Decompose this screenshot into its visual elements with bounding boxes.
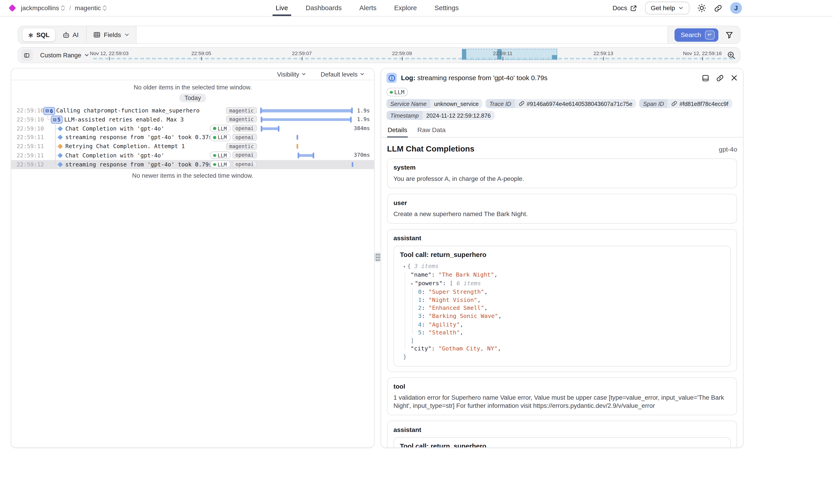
nav-item-alerts[interactable]: Alerts xyxy=(359,0,377,16)
duration-label: 384ms xyxy=(332,125,370,131)
section-header: LLM Chat Completions gpt-4o xyxy=(387,144,737,153)
json-line: ▾{ 3 items xyxy=(400,262,724,271)
meta-value: 2024-11-12 22:59:12.876 xyxy=(423,111,495,120)
llm-tag: LLM xyxy=(210,161,231,168)
expand-chevron-icon[interactable]: ▾ xyxy=(403,264,406,269)
json-token: : xyxy=(443,280,450,287)
detail-tabs: DetailsRaw Data xyxy=(381,125,743,138)
table-icon xyxy=(93,31,100,39)
tree-connector xyxy=(55,164,58,165)
json-token: , xyxy=(477,296,481,304)
span-kind-diamond-icon xyxy=(57,153,63,158)
docs-link[interactable]: Docs xyxy=(613,4,637,12)
json-token: : xyxy=(431,272,438,279)
meta-row: Timestamp2024-11-12 22:59:12.876 xyxy=(381,111,743,120)
log-row[interactable]: 22:59:12streaming response from 'gpt-4o'… xyxy=(11,160,374,169)
log-row[interactable]: 22:59:10⊟6Calling chatprompt-function ma… xyxy=(11,106,374,115)
message-role: tool xyxy=(394,383,731,390)
close-panel-button[interactable] xyxy=(731,74,738,81)
duration-label: 1.9s xyxy=(332,116,370,122)
json-token: : xyxy=(422,305,428,312)
json-line: 2: "Enhanced Smell", xyxy=(400,304,724,312)
query-input[interactable] xyxy=(136,26,668,43)
no-newer-items-text: No newer items in the selected time wind… xyxy=(11,172,374,178)
json-line: 5: "Stealth", xyxy=(400,329,724,337)
json-token: "Super Strength" xyxy=(428,288,484,295)
filter-button[interactable] xyxy=(725,31,733,39)
timeline-zoom-button[interactable] xyxy=(727,51,736,60)
llm-tag: LLM xyxy=(210,152,231,159)
get-help-button[interactable]: Get help xyxy=(645,2,690,15)
log-message: LLM-assisted retries enabled. Max 3 xyxy=(64,116,184,122)
section-title: LLM Chat Completions xyxy=(387,144,475,153)
project-switcher[interactable]: magentic xyxy=(75,4,107,12)
json-line: 1: "Night Vision", xyxy=(400,296,724,304)
user-avatar[interactable]: J xyxy=(730,2,742,14)
meta-value: #9146a6974e4e6140538043607a71c75e xyxy=(515,99,636,108)
green-dot-icon xyxy=(213,163,216,166)
collapse-count-badge[interactable]: ⊟5 xyxy=(51,116,63,124)
permalink-button[interactable] xyxy=(716,74,724,81)
detail-body: LLM Chat Completions gpt-4o systemYou ar… xyxy=(381,138,743,448)
org-name: jackmpcollins xyxy=(21,4,59,12)
timeline[interactable]: Custom Range Nov 12, 22:59:0322:59:0522:… xyxy=(18,47,740,63)
json-token: "Gotham City, NY" xyxy=(438,345,498,352)
ai-mode-button[interactable]: AI xyxy=(58,28,82,42)
meta-pill-span-id[interactable]: Span ID#fd81e8f78c4ecc9f xyxy=(639,99,732,108)
nav-item-settings[interactable]: Settings xyxy=(434,0,459,16)
collapse-sidebar-button[interactable] xyxy=(21,49,32,61)
collapse-minus-icon: ⊟ xyxy=(45,108,49,114)
json-token: : xyxy=(422,288,428,295)
sql-mode-button[interactable]: ∗ SQL xyxy=(22,28,55,42)
org-switcher[interactable]: jackmpcollins xyxy=(21,4,66,12)
main-nav: LiveDashboardsAlertsExploreSettings xyxy=(276,0,459,16)
json-token: 6 items xyxy=(456,280,481,287)
top-navigation-bar: jackmpcollins / magentic LiveDashboardsA… xyxy=(0,0,833,17)
message-text: Create a new superhero named The Bark Ni… xyxy=(394,211,731,219)
visibility-dropdown[interactable]: Visibility xyxy=(274,70,309,78)
theme-toggle-button[interactable] xyxy=(697,4,706,13)
query-mode-group: ∗ SQL AI xyxy=(18,26,86,43)
log-row[interactable]: 22:59:11Retrying Chat Completion. Attemp… xyxy=(11,142,374,151)
log-message: Chat Completion with 'gpt-4o' xyxy=(65,125,164,131)
tab-raw-data[interactable]: Raw Data xyxy=(417,125,446,137)
custom-range-dropdown[interactable]: Custom Range xyxy=(37,51,93,59)
sql-asterisk-icon: ∗ xyxy=(28,31,34,39)
tab-details[interactable]: Details xyxy=(387,125,408,137)
log-row[interactable]: 22:59:10Chat Completion with 'gpt-4o'LLM… xyxy=(11,124,374,133)
funnel-icon xyxy=(725,31,733,39)
tree-connector xyxy=(55,155,58,156)
fields-dropdown[interactable]: Fields xyxy=(86,26,136,43)
scope-tag: openai xyxy=(232,161,257,168)
child-count: 5 xyxy=(57,117,61,123)
dock-panel-button[interactable] xyxy=(702,74,709,81)
log-timestamp: 22:59:11 xyxy=(17,152,44,158)
duration-label: 370ms xyxy=(332,152,370,158)
search-button[interactable]: Search ↵ xyxy=(674,28,718,41)
message-card-assistant: assistantTool call: return_superhero▾{ 3… xyxy=(387,229,737,372)
scope-tag: magentic xyxy=(226,107,257,114)
json-token: 0 xyxy=(418,288,422,295)
info-badge xyxy=(386,73,397,83)
panel-resize-handle[interactable] xyxy=(374,253,381,262)
expand-chevron-icon[interactable]: ▾ xyxy=(411,281,413,286)
nav-item-live[interactable]: Live xyxy=(276,0,288,16)
log-row[interactable]: 22:59:11streaming response from 'gpt-4o'… xyxy=(11,133,374,142)
copy-link-button[interactable] xyxy=(714,4,722,12)
default-levels-dropdown[interactable]: Default levels xyxy=(317,70,368,78)
json-line: ▾"powers": [ 6 items xyxy=(400,279,724,288)
log-row[interactable]: 22:59:10⊟5LLM-assisted retries enabled. … xyxy=(11,115,374,124)
tree-connector xyxy=(55,128,58,129)
nav-item-dashboards[interactable]: Dashboards xyxy=(306,0,342,16)
project-name: magentic xyxy=(75,4,101,12)
no-older-items-text: No older items in the selected time wind… xyxy=(11,84,374,90)
meta-pill-trace-id[interactable]: Trace ID#9146a6974e4e6140538043607a71c75… xyxy=(485,99,636,108)
nav-item-explore[interactable]: Explore xyxy=(394,0,417,16)
tree-connector xyxy=(48,119,50,120)
sun-icon xyxy=(697,4,706,13)
log-tags: magentic xyxy=(226,143,257,150)
llm-tag: LLM xyxy=(386,88,408,96)
collapse-count-badge[interactable]: ⊟6 xyxy=(43,107,55,115)
log-row[interactable]: 22:59:11Chat Completion with 'gpt-4o'LLM… xyxy=(11,151,374,160)
log-timestamp: 22:59:10 xyxy=(17,116,44,122)
